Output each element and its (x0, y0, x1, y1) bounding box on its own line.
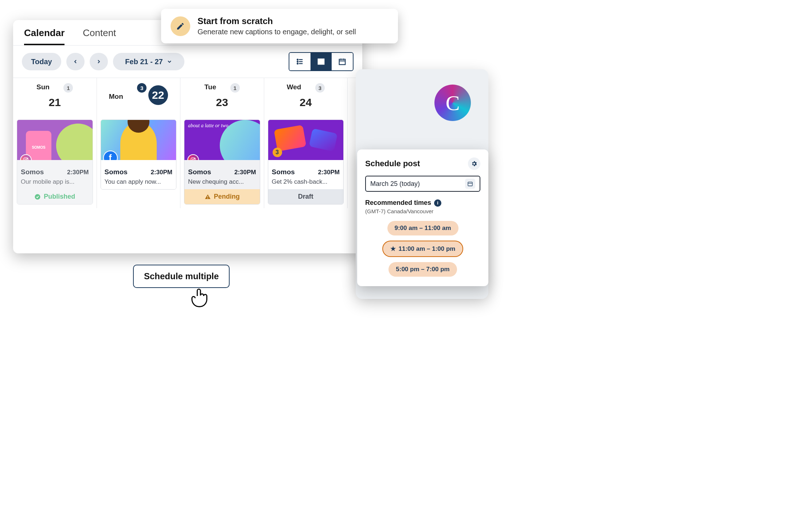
start-from-scratch-callout[interactable]: Start from scratch Generate new captions… (161, 9, 398, 43)
post-card[interactable]: Somos 2:30PM Our mobile app is... Publis… (17, 120, 93, 204)
calendar-icon (338, 58, 346, 66)
post-thumbnail: about a latte or two. (184, 120, 260, 160)
day-count-badge: 3 (137, 83, 147, 93)
post-text: Get 2% cash-back... (272, 178, 340, 186)
post-col: f Somos 2:30PM You can apply now... (97, 116, 181, 208)
day-count-badge: 1 (230, 83, 240, 93)
chevron-down-icon (167, 59, 172, 65)
prev-button[interactable] (66, 53, 85, 70)
thumbnail-caption: about a latte or two. (188, 123, 230, 129)
post-body: Somos 2:30PM Get 2% cash-back... (268, 160, 344, 189)
svg-rect-9 (339, 59, 346, 65)
post-time: 2:30PM (318, 169, 340, 176)
cursor-hand-icon (188, 284, 213, 310)
chevron-right-icon (96, 59, 102, 65)
next-button[interactable] (90, 53, 108, 70)
post-thumbnail (17, 120, 93, 160)
post-thumbnail: 3 (268, 120, 344, 160)
view-month-button[interactable] (332, 53, 353, 70)
list-icon (296, 58, 304, 66)
instagram-icon (187, 154, 199, 160)
post-body: Somos 2:30PM New chequing acc... (184, 160, 260, 189)
schedule-post-panel: Schedule post March 25 (today) Recommend… (357, 149, 488, 286)
post-text: Our mobile app is... (21, 178, 89, 186)
status-text: Draft (298, 193, 313, 200)
view-list-button[interactable] (289, 53, 311, 70)
svg-point-19 (194, 159, 195, 159)
post-time: 2:30PM (234, 169, 256, 176)
svg-point-5 (297, 63, 298, 64)
slot-label: 9:00 am – 11:00 am (395, 225, 451, 232)
slot-label: 11:00 am – 1:00 pm (399, 245, 456, 253)
post-col: 3 Somos 2:30PM Get 2% cash-back... Draft (264, 116, 348, 208)
view-week-button[interactable] (311, 53, 332, 70)
instagram-icon (20, 154, 32, 160)
post-card[interactable]: 3 Somos 2:30PM Get 2% cash-back... Draft (268, 120, 344, 204)
svg-rect-22 (468, 182, 472, 186)
days-header: Sun 1 21 Mon 3 22 Tue 1 23 Wed 3 24 (13, 78, 362, 116)
post-title: Somos (21, 168, 44, 176)
svg-point-18 (192, 159, 194, 160)
view-toggle (289, 52, 354, 71)
status-text: Published (44, 193, 75, 200)
day-col-wed[interactable]: Wed 3 24 (264, 78, 348, 116)
post-text: You can apply now... (105, 178, 173, 186)
post-col: Somos 2:30PM Our mobile app is... Publis… (13, 116, 97, 208)
day-date: 24 (264, 96, 348, 109)
callout-subtitle: Generate new captions to engage, delight… (198, 28, 356, 36)
time-slot[interactable]: 5:00 pm – 7:00 pm (389, 262, 457, 277)
day-date: 23 (180, 96, 264, 109)
calendar-icon (467, 181, 473, 187)
time-slot[interactable]: 9:00 am – 11:00 am (387, 221, 458, 235)
canva-logo: C (434, 85, 471, 121)
time-slot-recommended[interactable]: ★ 11:00 am – 1:00 pm (382, 241, 464, 257)
date-range-label: Feb 21 - 27 (125, 58, 163, 66)
day-name: Mon (109, 93, 123, 101)
calendar-picker-button[interactable] (465, 179, 475, 189)
day-date: 21 (13, 96, 97, 109)
check-circle-icon (34, 194, 41, 200)
tab-calendar[interactable]: Calendar (24, 27, 65, 45)
info-icon[interactable]: i (434, 199, 441, 207)
day-name: Wed (287, 83, 301, 91)
columns-icon (317, 58, 325, 66)
multi-count-badge: 3 (273, 148, 282, 157)
schedule-multiple-button[interactable]: Schedule multiple (133, 265, 230, 288)
svg-point-14 (25, 159, 27, 160)
schedule-date-value: March 25 (today) (370, 180, 420, 188)
day-col-sun[interactable]: Sun 1 21 (13, 78, 97, 116)
post-title: Somos (105, 168, 128, 176)
post-title: Somos (272, 168, 295, 176)
today-button[interactable]: Today (22, 53, 61, 70)
tab-content[interactable]: Content (83, 27, 116, 45)
day-name: Tue (204, 83, 216, 91)
svg-point-21 (207, 198, 208, 198)
post-text: New chequing acc... (188, 178, 256, 186)
post-card[interactable]: about a latte or two. Somos 2:30PM New c… (184, 120, 260, 204)
svg-point-3 (297, 59, 298, 60)
post-thumbnail: f (101, 120, 176, 160)
date-range-button[interactable]: Feb 21 - 27 (113, 53, 184, 70)
gear-icon (471, 160, 477, 167)
post-col: about a latte or two. Somos 2:30PM New c… (180, 116, 264, 208)
time-slots: 9:00 am – 11:00 am ★ 11:00 am – 1:00 pm … (365, 221, 480, 277)
day-name: Sun (36, 83, 50, 91)
facebook-icon: f (103, 151, 118, 160)
settings-button[interactable] (468, 157, 480, 170)
day-date: 22 (148, 85, 168, 105)
recommended-times-label: Recommended times (365, 199, 431, 207)
schedule-panel-title: Schedule post (365, 159, 420, 168)
warning-icon (204, 194, 211, 200)
chevron-left-icon (73, 59, 78, 65)
status-draft: Draft (268, 189, 344, 204)
post-title: Somos (188, 168, 211, 176)
star-icon: ★ (390, 245, 396, 253)
schedule-date-field[interactable]: March 25 (today) (365, 176, 480, 192)
day-col-tue[interactable]: Tue 1 23 (180, 78, 264, 116)
calendar-panel: Calendar Content Today Feb 21 - 27 (13, 20, 362, 253)
day-col-mon[interactable]: Mon 3 22 (97, 78, 181, 116)
pencil-icon (171, 16, 190, 36)
post-card[interactable]: f Somos 2:30PM You can apply now... (101, 120, 177, 190)
day-count-badge: 1 (63, 83, 73, 93)
timezone-label: (GMT-7) Canada/Vancouver (365, 208, 480, 214)
